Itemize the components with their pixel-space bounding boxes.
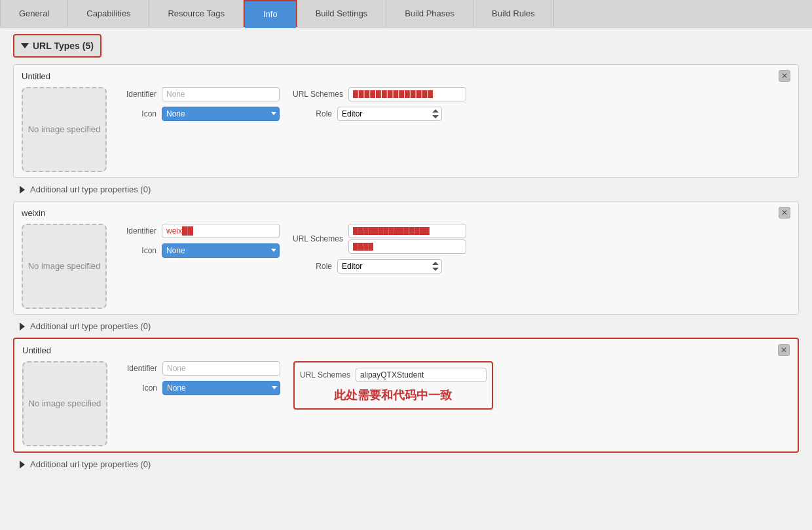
col-right-3: URL Schemes 此处需要和代码中一致 bbox=[293, 361, 493, 410]
url-schemes-label-3: URL Schemes bbox=[300, 370, 350, 380]
url-schemes-input-2a[interactable] bbox=[348, 224, 466, 238]
additional-props-3[interactable]: Additional url type properties (0) bbox=[13, 455, 799, 473]
url-schemes-label-1: URL Schemes bbox=[293, 90, 343, 99]
url-entry-2: weixin ✕ No image specified Identifier I… bbox=[13, 201, 799, 315]
col-right-2: URL Schemes Role Editor Viewer bbox=[293, 224, 466, 274]
role-row-2: Role Editor Viewer bbox=[293, 259, 466, 274]
tab-build-settings[interactable]: Build Settings bbox=[297, 0, 387, 27]
identifier-label-1: Identifier bbox=[117, 90, 157, 99]
entry-header-3: Untitled ✕ bbox=[22, 344, 790, 356]
two-col-2: Identifier Icon None URL Schemes bbox=[117, 224, 790, 274]
icon-select-2[interactable]: None bbox=[162, 243, 280, 258]
entry-header-2: weixin ✕ bbox=[22, 207, 790, 219]
section-title: URL Types (5) bbox=[33, 41, 94, 51]
icon-select-1[interactable]: None bbox=[162, 107, 280, 121]
role-row-1: Role Editor Viewer bbox=[293, 107, 466, 121]
close-button-3[interactable]: ✕ bbox=[778, 344, 790, 356]
url-schemes-multi-2 bbox=[348, 224, 466, 254]
icon-label-1: Icon bbox=[117, 109, 157, 118]
expand-icon-1 bbox=[20, 186, 25, 194]
tab-bar: General Capabilities Resource Tags Info … bbox=[0, 0, 812, 27]
icon-label-3: Icon bbox=[118, 383, 157, 393]
tab-build-phases[interactable]: Build Phases bbox=[386, 0, 473, 27]
entry-header-1: Untitled ✕ bbox=[22, 70, 790, 82]
highlight-box-3: URL Schemes 此处需要和代码中一致 bbox=[293, 361, 493, 410]
image-placeholder-3: No image specified bbox=[22, 361, 107, 446]
highlight-text-3: 此处需要和代码中一致 bbox=[334, 389, 452, 402]
entry-name-1: Untitled bbox=[22, 71, 50, 81]
col-left-1: Identifier Icon None bbox=[117, 87, 280, 121]
entry-fields-3: Identifier Icon None bbox=[118, 361, 790, 410]
expand-icon-2 bbox=[20, 323, 25, 330]
icon-row-1: Icon None bbox=[117, 107, 280, 121]
identifier-input-1[interactable] bbox=[162, 87, 280, 101]
entry-body-2: No image specified Identifier Icon None bbox=[22, 224, 790, 309]
role-select-1[interactable]: Editor Viewer bbox=[337, 107, 442, 121]
additional-props-2[interactable]: Additional url type properties (0) bbox=[13, 317, 799, 335]
image-placeholder-2: No image specified bbox=[22, 224, 107, 309]
two-col-1: Identifier Icon None URL Schemes bbox=[117, 87, 790, 121]
tab-capabilities[interactable]: Capabilities bbox=[68, 0, 149, 27]
additional-props-label-3: Additional url type properties (0) bbox=[30, 459, 151, 469]
identifier-row-3: Identifier bbox=[118, 361, 280, 376]
url-schemes-input-2b[interactable] bbox=[348, 239, 466, 254]
entry-fields-2: Identifier Icon None URL Schemes bbox=[117, 224, 790, 274]
tab-general[interactable]: General bbox=[0, 0, 68, 27]
identifier-row-2: Identifier bbox=[117, 224, 280, 238]
role-label-1: Role bbox=[293, 109, 332, 118]
identifier-input-3[interactable] bbox=[162, 361, 280, 376]
entry-body-3: No image specified Identifier Icon None bbox=[22, 361, 790, 446]
role-select-2[interactable]: Editor Viewer bbox=[337, 259, 442, 274]
url-schemes-row-3: URL Schemes bbox=[300, 368, 487, 382]
url-types-header[interactable]: URL Types (5) bbox=[13, 34, 101, 58]
identifier-label-2: Identifier bbox=[117, 226, 157, 236]
entry-fields-1: Identifier Icon None URL Schemes bbox=[117, 87, 790, 121]
additional-props-label-2: Additional url type properties (0) bbox=[30, 321, 151, 331]
entry-name-3: Untitled bbox=[22, 345, 51, 355]
col-left-2: Identifier Icon None bbox=[117, 224, 280, 274]
url-entry-3: Untitled ✕ No image specified Identifier… bbox=[13, 338, 799, 453]
icon-row-2: Icon None bbox=[117, 243, 280, 258]
additional-props-1[interactable]: Additional url type properties (0) bbox=[13, 181, 799, 198]
col-right-1: URL Schemes Role Editor Viewer bbox=[293, 87, 466, 121]
two-col-3: Identifier Icon None bbox=[118, 361, 790, 410]
icon-row-3: Icon None bbox=[118, 381, 280, 395]
highlight-message-3: 此处需要和代码中一致 bbox=[300, 387, 487, 403]
url-schemes-input-1[interactable] bbox=[348, 87, 466, 101]
role-label-2: Role bbox=[293, 262, 332, 271]
close-button-2[interactable]: ✕ bbox=[779, 207, 790, 219]
main-content: URL Types (5) Untitled ✕ No image specif… bbox=[0, 27, 812, 530]
tab-info[interactable]: Info bbox=[244, 0, 297, 27]
identifier-row-1: Identifier bbox=[117, 87, 280, 101]
url-schemes-label-2: URL Schemes bbox=[293, 234, 343, 243]
icon-select-3[interactable]: None bbox=[162, 381, 280, 395]
url-schemes-input-3[interactable] bbox=[356, 368, 487, 382]
url-schemes-row-2: URL Schemes bbox=[293, 224, 466, 254]
tab-resource-tags[interactable]: Resource Tags bbox=[149, 0, 243, 27]
expand-icon-3 bbox=[20, 461, 25, 468]
col-left-3: Identifier Icon None bbox=[118, 361, 280, 410]
url-entry-1: Untitled ✕ No image specified Identifier… bbox=[13, 64, 799, 178]
entry-name-2: weixin bbox=[22, 208, 45, 218]
collapse-icon bbox=[21, 43, 29, 48]
identifier-label-3: Identifier bbox=[118, 364, 157, 373]
icon-label-2: Icon bbox=[117, 246, 157, 255]
identifier-input-2[interactable] bbox=[162, 224, 280, 238]
image-placeholder-1: No image specified bbox=[22, 87, 107, 172]
url-schemes-row-1: URL Schemes bbox=[293, 87, 466, 101]
tab-build-rules[interactable]: Build Rules bbox=[473, 0, 554, 27]
additional-props-label-1: Additional url type properties (0) bbox=[30, 185, 151, 194]
entry-body-1: No image specified Identifier Icon None bbox=[22, 87, 790, 172]
url-schemes-wrapper-1 bbox=[348, 87, 466, 101]
close-button-1[interactable]: ✕ bbox=[779, 70, 790, 82]
